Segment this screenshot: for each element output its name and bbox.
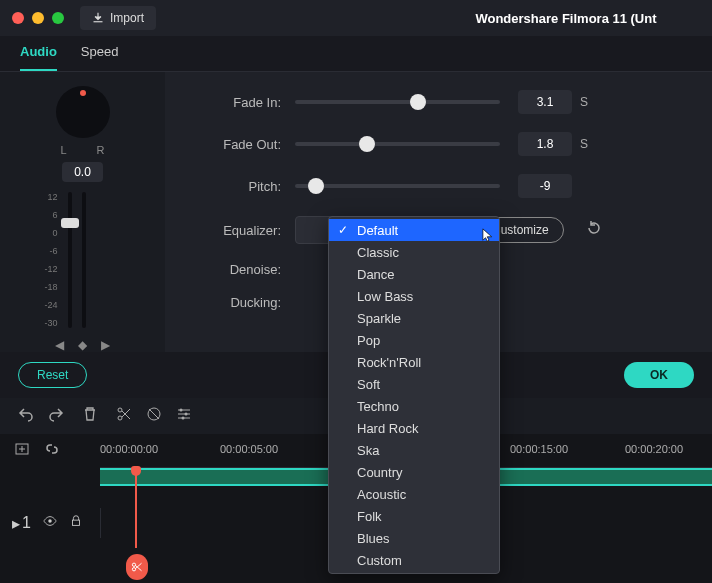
svg-point-0 xyxy=(118,408,122,412)
fade-in-slider[interactable] xyxy=(295,100,500,104)
maximize-window-button[interactable] xyxy=(52,12,64,24)
equalizer-label: Equalizer: xyxy=(185,223,295,238)
keyframe-nav: ◀ ◆ ▶ xyxy=(55,338,110,352)
equalizer-option[interactable]: Techno xyxy=(329,395,499,417)
pan-dial[interactable] xyxy=(56,86,110,138)
timecode-label: 00:00:20:00 xyxy=(625,443,683,455)
equalizer-dropdown[interactable]: DefaultClassicDanceLow BassSparklePopRoc… xyxy=(328,216,500,574)
reset-button[interactable]: Reset xyxy=(18,362,87,388)
equalizer-option[interactable]: Ska xyxy=(329,439,499,461)
svg-point-1 xyxy=(118,416,122,420)
track-header: ▸1 xyxy=(0,514,100,533)
window-controls xyxy=(12,12,64,24)
timeline-left-tools xyxy=(0,441,100,461)
tab-bar: Audio Speed xyxy=(0,36,712,72)
delete-icon[interactable] xyxy=(82,406,98,426)
timecode-label: 00:00:00:00 xyxy=(100,443,158,455)
svg-point-7 xyxy=(48,519,52,523)
minimize-window-button[interactable] xyxy=(32,12,44,24)
import-icon xyxy=(92,12,104,24)
fade-in-value[interactable]: 3.1 xyxy=(518,90,572,114)
titlebar: Import Wondershare Filmora 11 (Unt xyxy=(0,0,712,36)
equalizer-option[interactable]: Default xyxy=(329,219,499,241)
pan-right-label: R xyxy=(97,144,105,156)
link-icon[interactable] xyxy=(44,441,60,461)
timecode-label: 00:00:15:00 xyxy=(510,443,568,455)
add-media-icon[interactable] xyxy=(14,441,30,461)
close-window-button[interactable] xyxy=(12,12,24,24)
pan-lr-labels: L R xyxy=(60,144,104,156)
level-slider-left[interactable] xyxy=(68,192,72,328)
cut-marker[interactable] xyxy=(126,554,148,580)
equalizer-option[interactable]: Blues xyxy=(329,527,499,549)
playhead[interactable] xyxy=(135,468,137,548)
meter-tick: -18 xyxy=(38,282,58,292)
fade-in-label: Fade In: xyxy=(185,95,295,110)
ducking-label: Ducking: xyxy=(185,295,295,310)
fade-in-unit: S xyxy=(580,95,588,109)
fade-out-value[interactable]: 1.8 xyxy=(518,132,572,156)
pan-value[interactable]: 0.0 xyxy=(62,162,103,182)
meter-tick: -12 xyxy=(38,264,58,274)
equalizer-option[interactable]: Soft xyxy=(329,373,499,395)
level-meter: 1260-6-12-18-24-30 xyxy=(38,192,128,328)
svg-point-10 xyxy=(132,568,135,571)
svg-point-9 xyxy=(132,563,135,566)
equalizer-option[interactable]: Pop xyxy=(329,329,499,351)
redo-icon[interactable] xyxy=(48,406,64,426)
undo-icon[interactable] xyxy=(18,406,34,426)
ok-button[interactable]: OK xyxy=(624,362,694,388)
pitch-row: Pitch: -9 xyxy=(185,174,692,198)
add-keyframe-icon[interactable]: ◆ xyxy=(78,338,87,352)
fade-out-label: Fade Out: xyxy=(185,137,295,152)
track-lock-icon[interactable] xyxy=(69,514,83,533)
svg-point-5 xyxy=(182,417,185,420)
track-video-icon[interactable]: ▸1 xyxy=(12,514,31,533)
equalizer-option[interactable]: Acoustic xyxy=(329,483,499,505)
import-button[interactable]: Import xyxy=(80,6,156,30)
denoise-label: Denoise: xyxy=(185,262,295,277)
meter-tick: 0 xyxy=(38,228,58,238)
reset-equalizer-icon[interactable] xyxy=(586,220,602,240)
svg-rect-8 xyxy=(72,520,79,525)
equalizer-option[interactable]: Low Bass xyxy=(329,285,499,307)
tab-audio[interactable]: Audio xyxy=(20,44,57,71)
level-slider-right[interactable] xyxy=(82,192,86,328)
equalizer-option[interactable]: Folk xyxy=(329,505,499,527)
equalizer-option[interactable]: Dance xyxy=(329,263,499,285)
meter-tick: -30 xyxy=(38,318,58,328)
equalizer-option[interactable]: Hard Rock xyxy=(329,417,499,439)
pitch-value[interactable]: -9 xyxy=(518,174,572,198)
svg-point-4 xyxy=(185,413,188,416)
prev-keyframe-icon[interactable]: ◀ xyxy=(55,338,64,352)
tab-speed[interactable]: Speed xyxy=(81,44,119,71)
import-label: Import xyxy=(110,11,144,25)
meter-tick: -6 xyxy=(38,246,58,256)
pitch-label: Pitch: xyxy=(185,179,295,194)
equalizer-option[interactable]: Sparkle xyxy=(329,307,499,329)
fade-in-row: Fade In: 3.1 S xyxy=(185,90,692,114)
crop-icon[interactable] xyxy=(146,406,162,426)
timecode-label: 00:00:05:00 xyxy=(220,443,278,455)
svg-point-3 xyxy=(180,409,183,412)
pan-column: L R 0.0 1260-6-12-18-24-30 ◀ ◆ ▶ xyxy=(0,72,165,352)
next-keyframe-icon[interactable]: ▶ xyxy=(101,338,110,352)
meter-tick: -24 xyxy=(38,300,58,310)
fade-out-row: Fade Out: 1.8 S xyxy=(185,132,692,156)
equalizer-option[interactable]: Country xyxy=(329,461,499,483)
track-visibility-icon[interactable] xyxy=(43,514,57,533)
meter-tick: 12 xyxy=(38,192,58,202)
equalizer-option[interactable]: Custom xyxy=(329,549,499,571)
meter-tick: 6 xyxy=(38,210,58,220)
fade-out-slider[interactable] xyxy=(295,142,500,146)
fade-out-unit: S xyxy=(580,137,588,151)
pitch-slider[interactable] xyxy=(295,184,500,188)
equalizer-option[interactable]: Rock'n'Roll xyxy=(329,351,499,373)
pan-left-label: L xyxy=(60,144,66,156)
split-icon[interactable] xyxy=(116,406,132,426)
adjust-icon[interactable] xyxy=(176,406,192,426)
equalizer-option[interactable]: Classic xyxy=(329,241,499,263)
